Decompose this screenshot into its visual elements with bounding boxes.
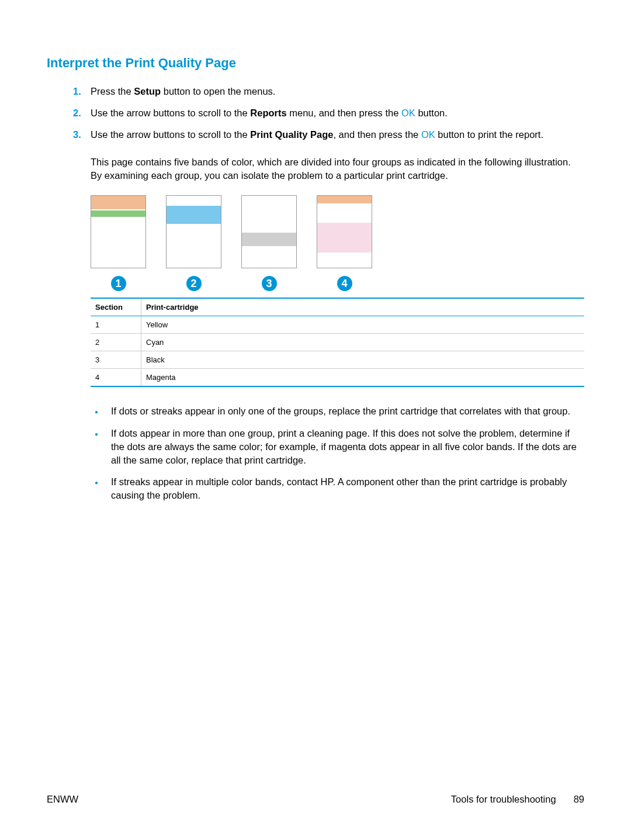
table-row: 3Black [91,351,584,369]
explanation-paragraph: This page contains five bands of color, … [47,155,584,182]
diagram-label: 4 [337,276,352,291]
color-band [167,196,221,205]
color-band [91,210,145,217]
table-header-cartridge: Print-cartridge [141,298,585,316]
diagram-box [241,195,297,268]
table-header-section: Section [91,298,141,316]
step-number: 3. [73,128,81,141]
diagram-label: 3 [262,276,277,291]
steps-list: 1. Press the Setup button to open the me… [47,85,584,141]
footer-left: ENWW [47,794,78,805]
step-3: 3. Use the arrow buttons to scroll to th… [91,128,584,141]
list-item: If streaks appear in multiple color band… [111,475,584,502]
color-band [242,196,296,231]
color-band [242,233,296,246]
section-heading: Interpret the Print Quality Page [47,56,584,71]
step-2: 2. Use the arrow buttons to scroll to th… [91,106,584,120]
advice-list: If dots or streaks appear in only one of… [47,405,584,502]
page-footer: ENWW Tools for troubleshooting 89 [47,794,584,805]
step-number: 1. [73,85,81,98]
diagram-label: 2 [186,276,202,291]
color-band [317,196,372,203]
footer-page-number: 89 [574,794,584,805]
step-number: 2. [73,106,81,120]
color-band [167,206,221,224]
color-band [317,205,372,222]
diagram-box [317,195,372,268]
color-band [91,196,145,209]
table-row: 4Magenta [91,369,584,387]
color-band [317,223,372,253]
diagram-box [91,195,146,268]
cartridge-table: Section Print-cartridge 1Yellow2Cyan3Bla… [91,298,584,387]
diagram-label: 1 [111,276,126,291]
table-row: 2Cyan [91,334,584,351]
list-item: If dots appear in more than one group, p… [111,427,584,467]
print-quality-diagram: 1234 [91,195,584,292]
diagram-box [166,195,221,268]
step-1: 1. Press the Setup button to open the me… [91,85,584,98]
table-row: 1Yellow [91,316,584,334]
footer-section: Tools for troubleshooting [451,794,556,805]
list-item: If dots or streaks appear in only one of… [111,405,584,418]
